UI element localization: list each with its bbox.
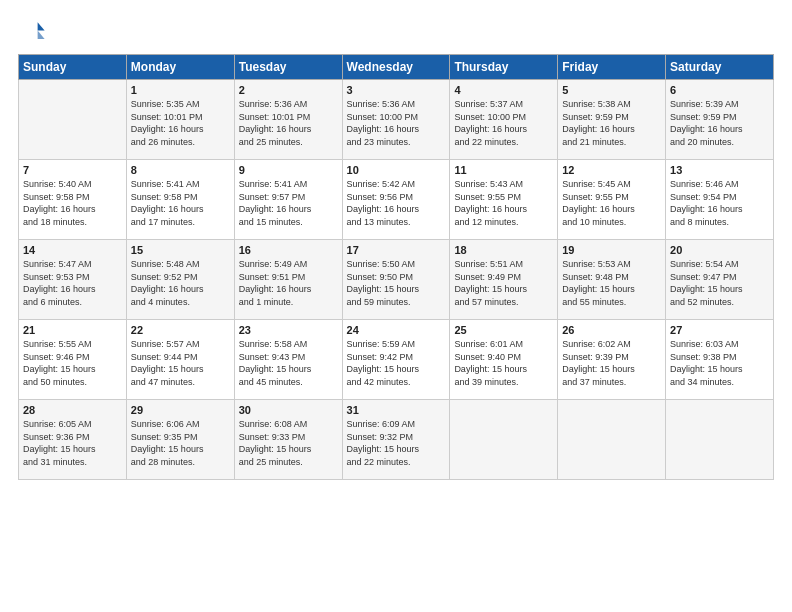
cell-info: Sunrise: 5:57 AM: [131, 338, 230, 351]
calendar-cell: 23Sunrise: 5:58 AMSunset: 9:43 PMDayligh…: [234, 320, 342, 400]
calendar-cell: 26Sunrise: 6:02 AMSunset: 9:39 PMDayligh…: [558, 320, 666, 400]
cell-info: and 23 minutes.: [347, 136, 446, 149]
cell-info: Sunrise: 5:35 AM: [131, 98, 230, 111]
cell-info: Sunset: 10:01 PM: [131, 111, 230, 124]
svg-marker-0: [38, 22, 45, 30]
calendar-cell: 8Sunrise: 5:41 AMSunset: 9:58 PMDaylight…: [126, 160, 234, 240]
day-number: 6: [670, 84, 769, 96]
calendar-cell: 16Sunrise: 5:49 AMSunset: 9:51 PMDayligh…: [234, 240, 342, 320]
cell-info: Sunset: 9:57 PM: [239, 191, 338, 204]
col-header-friday: Friday: [558, 55, 666, 80]
cell-info: Sunset: 9:46 PM: [23, 351, 122, 364]
cell-info: Sunset: 9:42 PM: [347, 351, 446, 364]
cell-info: Sunset: 9:38 PM: [670, 351, 769, 364]
cell-info: Sunset: 9:59 PM: [670, 111, 769, 124]
logo-icon: [18, 18, 46, 46]
cell-info: Sunrise: 5:51 AM: [454, 258, 553, 271]
cell-info: Sunset: 9:49 PM: [454, 271, 553, 284]
calendar-cell: 31Sunrise: 6:09 AMSunset: 9:32 PMDayligh…: [342, 400, 450, 480]
calendar-table: SundayMondayTuesdayWednesdayThursdayFrid…: [18, 54, 774, 480]
day-number: 11: [454, 164, 553, 176]
day-number: 17: [347, 244, 446, 256]
cell-info: Sunset: 10:00 PM: [347, 111, 446, 124]
day-number: 30: [239, 404, 338, 416]
cell-info: Daylight: 15 hours: [347, 283, 446, 296]
week-row-1: 1Sunrise: 5:35 AMSunset: 10:01 PMDayligh…: [19, 80, 774, 160]
cell-info: Sunset: 9:48 PM: [562, 271, 661, 284]
cell-info: and 12 minutes.: [454, 216, 553, 229]
cell-info: Sunrise: 5:39 AM: [670, 98, 769, 111]
day-number: 31: [347, 404, 446, 416]
calendar-cell: 30Sunrise: 6:08 AMSunset: 9:33 PMDayligh…: [234, 400, 342, 480]
cell-info: Sunrise: 5:36 AM: [239, 98, 338, 111]
calendar-cell: [666, 400, 774, 480]
cell-info: Sunset: 9:56 PM: [347, 191, 446, 204]
day-number: 21: [23, 324, 122, 336]
calendar-cell: 17Sunrise: 5:50 AMSunset: 9:50 PMDayligh…: [342, 240, 450, 320]
cell-info: Sunrise: 5:49 AM: [239, 258, 338, 271]
page: SundayMondayTuesdayWednesdayThursdayFrid…: [0, 0, 792, 612]
cell-info: Sunrise: 5:37 AM: [454, 98, 553, 111]
day-number: 29: [131, 404, 230, 416]
calendar-cell: 10Sunrise: 5:42 AMSunset: 9:56 PMDayligh…: [342, 160, 450, 240]
cell-info: and 47 minutes.: [131, 376, 230, 389]
calendar-cell: 6Sunrise: 5:39 AMSunset: 9:59 PMDaylight…: [666, 80, 774, 160]
cell-info: Sunrise: 5:42 AM: [347, 178, 446, 191]
calendar-cell: [558, 400, 666, 480]
cell-info: Daylight: 16 hours: [454, 203, 553, 216]
cell-info: Daylight: 15 hours: [670, 283, 769, 296]
cell-info: Sunset: 9:40 PM: [454, 351, 553, 364]
cell-info: Daylight: 15 hours: [131, 363, 230, 376]
cell-info: Daylight: 16 hours: [131, 283, 230, 296]
day-number: 26: [562, 324, 661, 336]
cell-info: Sunset: 9:35 PM: [131, 431, 230, 444]
col-header-wednesday: Wednesday: [342, 55, 450, 80]
calendar-cell: 4Sunrise: 5:37 AMSunset: 10:00 PMDayligh…: [450, 80, 558, 160]
cell-info: Sunset: 9:39 PM: [562, 351, 661, 364]
cell-info: and 37 minutes.: [562, 376, 661, 389]
cell-info: Sunset: 9:44 PM: [131, 351, 230, 364]
cell-info: Daylight: 16 hours: [454, 123, 553, 136]
cell-info: Daylight: 16 hours: [131, 123, 230, 136]
cell-info: Sunset: 9:33 PM: [239, 431, 338, 444]
cell-info: Sunrise: 6:08 AM: [239, 418, 338, 431]
cell-info: Daylight: 16 hours: [239, 203, 338, 216]
day-number: 8: [131, 164, 230, 176]
calendar-cell: 29Sunrise: 6:06 AMSunset: 9:35 PMDayligh…: [126, 400, 234, 480]
cell-info: Daylight: 16 hours: [239, 123, 338, 136]
calendar-cell: 3Sunrise: 5:36 AMSunset: 10:00 PMDayligh…: [342, 80, 450, 160]
cell-info: Daylight: 15 hours: [562, 283, 661, 296]
calendar-cell: [19, 80, 127, 160]
calendar-cell: [450, 400, 558, 480]
calendar-cell: 2Sunrise: 5:36 AMSunset: 10:01 PMDayligh…: [234, 80, 342, 160]
cell-info: Sunrise: 6:05 AM: [23, 418, 122, 431]
cell-info: Sunset: 9:55 PM: [562, 191, 661, 204]
cell-info: and 31 minutes.: [23, 456, 122, 469]
cell-info: and 25 minutes.: [239, 136, 338, 149]
cell-info: and 6 minutes.: [23, 296, 122, 309]
calendar-cell: 1Sunrise: 5:35 AMSunset: 10:01 PMDayligh…: [126, 80, 234, 160]
week-row-2: 7Sunrise: 5:40 AMSunset: 9:58 PMDaylight…: [19, 160, 774, 240]
col-header-monday: Monday: [126, 55, 234, 80]
day-number: 5: [562, 84, 661, 96]
cell-info: and 28 minutes.: [131, 456, 230, 469]
day-number: 27: [670, 324, 769, 336]
cell-info: and 57 minutes.: [454, 296, 553, 309]
day-number: 18: [454, 244, 553, 256]
day-number: 4: [454, 84, 553, 96]
day-number: 23: [239, 324, 338, 336]
cell-info: Sunset: 10:01 PM: [239, 111, 338, 124]
cell-info: and 42 minutes.: [347, 376, 446, 389]
cell-info: Sunrise: 6:01 AM: [454, 338, 553, 351]
cell-info: Daylight: 16 hours: [347, 203, 446, 216]
cell-info: Sunrise: 5:47 AM: [23, 258, 122, 271]
cell-info: Sunrise: 5:43 AM: [454, 178, 553, 191]
cell-info: Sunset: 9:58 PM: [131, 191, 230, 204]
cell-info: Daylight: 16 hours: [670, 123, 769, 136]
cell-info: Sunset: 9:43 PM: [239, 351, 338, 364]
calendar-cell: 21Sunrise: 5:55 AMSunset: 9:46 PMDayligh…: [19, 320, 127, 400]
cell-info: Sunrise: 5:48 AM: [131, 258, 230, 271]
cell-info: Sunrise: 6:02 AM: [562, 338, 661, 351]
cell-info: Daylight: 16 hours: [131, 203, 230, 216]
day-number: 19: [562, 244, 661, 256]
